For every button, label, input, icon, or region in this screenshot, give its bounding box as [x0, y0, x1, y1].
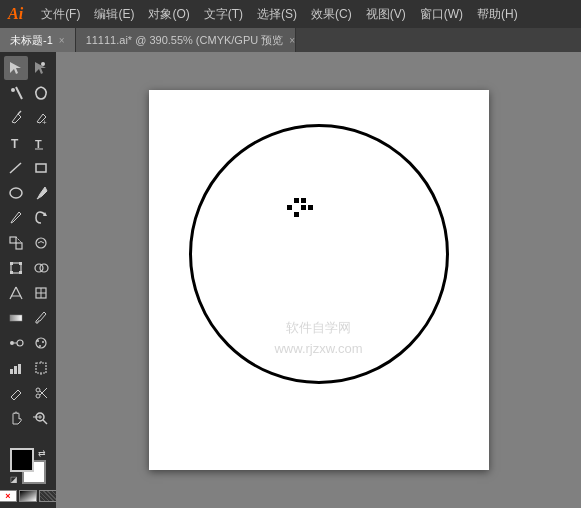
- svg-point-33: [17, 340, 23, 346]
- paintbrush-tool[interactable]: [29, 181, 53, 205]
- svg-line-5: [18, 111, 21, 114]
- svg-rect-15: [16, 243, 22, 249]
- perspective-grid-tool[interactable]: [4, 281, 28, 305]
- menu-bar: 文件(F) 编辑(E) 对象(O) 文字(T) 选择(S) 效果(C) 视图(V…: [35, 4, 524, 25]
- svg-point-17: [36, 238, 46, 248]
- type-tool[interactable]: T: [4, 131, 28, 155]
- rect-tool[interactable]: [29, 156, 53, 180]
- dot: [287, 212, 292, 217]
- dot: [294, 198, 299, 203]
- menu-type[interactable]: 文字(T): [198, 4, 249, 25]
- swap-colors-icon[interactable]: ⇄: [38, 448, 46, 458]
- lasso-tool[interactable]: [29, 81, 53, 105]
- circle-shape: [189, 124, 449, 384]
- dot: [287, 205, 292, 210]
- canvas-area[interactable]: 软件自学网 www.rjzxw.com: [56, 52, 581, 508]
- tool-row-wand: [4, 81, 53, 105]
- toolbar: + T T: [0, 52, 56, 508]
- tool-row-eraser: [4, 381, 53, 405]
- tool-row-type: T T: [4, 131, 53, 155]
- dot-pattern: [287, 198, 313, 217]
- svg-rect-21: [10, 271, 13, 274]
- svg-point-36: [37, 340, 39, 342]
- shape-builder-tool[interactable]: [29, 256, 53, 280]
- tool-row-pencil: [4, 206, 53, 230]
- menu-help[interactable]: 帮助(H): [471, 4, 524, 25]
- eyedropper-tool[interactable]: [29, 306, 53, 330]
- mesh-tool[interactable]: [29, 281, 53, 305]
- svg-rect-20: [19, 262, 22, 265]
- dot: [287, 198, 292, 203]
- dot: [294, 212, 299, 217]
- menu-window[interactable]: 窗口(W): [414, 4, 469, 25]
- svg-rect-39: [10, 369, 13, 374]
- gradient-btn[interactable]: [19, 490, 37, 502]
- menu-edit[interactable]: 编辑(E): [88, 4, 140, 25]
- pencil-tool[interactable]: [4, 206, 28, 230]
- symbol-sprayer-tool[interactable]: [29, 331, 53, 355]
- svg-line-26: [16, 287, 22, 299]
- color-extras: ×: [0, 490, 56, 502]
- direct-select-tool[interactable]: [29, 56, 53, 80]
- magic-wand-tool[interactable]: [4, 81, 28, 105]
- ellipse-tool[interactable]: [4, 181, 28, 205]
- svg-point-35: [36, 338, 46, 348]
- gradient-tool[interactable]: [4, 306, 28, 330]
- menu-file[interactable]: 文件(F): [35, 4, 86, 25]
- title-bar: Ai 文件(F) 编辑(E) 对象(O) 文字(T) 选择(S) 效果(C) 视…: [0, 0, 581, 28]
- tool-row-line: [4, 156, 53, 180]
- color-area: ⇄ ◪ ×: [0, 442, 56, 508]
- svg-rect-42: [36, 363, 46, 373]
- menu-effect[interactable]: 效果(C): [305, 4, 358, 25]
- tab-untitled[interactable]: 未标题-1 ×: [0, 28, 76, 52]
- svg-point-24: [40, 264, 48, 272]
- scale-tool[interactable]: [4, 231, 28, 255]
- warp-tool[interactable]: [29, 231, 53, 255]
- no-color-btn[interactable]: ×: [0, 490, 17, 502]
- tool-row-shape: [4, 181, 53, 205]
- fg-color-swatch[interactable]: [10, 448, 34, 472]
- menu-object[interactable]: 对象(O): [142, 4, 195, 25]
- tool-row-pen: +: [4, 106, 53, 130]
- svg-line-3: [16, 87, 22, 99]
- tab-untitled-close[interactable]: ×: [59, 35, 65, 46]
- tab-11111[interactable]: 11111.ai* @ 390.55% (CMYK/GPU 预览 ×: [76, 28, 296, 52]
- pattern-btn[interactable]: [39, 490, 56, 502]
- free-transform-tool[interactable]: [4, 256, 28, 280]
- color-swatches: ⇄ ◪: [10, 448, 46, 484]
- tab-11111-close[interactable]: ×: [289, 35, 295, 46]
- tab-11111-label: 11111.ai* @ 390.55% (CMYK/GPU 预览: [86, 33, 284, 48]
- menu-select[interactable]: 选择(S): [251, 4, 303, 25]
- svg-point-4: [11, 88, 15, 92]
- scissors-tool[interactable]: [29, 381, 53, 405]
- blend-tool[interactable]: [4, 331, 28, 355]
- dot: [301, 205, 306, 210]
- svg-line-50: [43, 420, 47, 424]
- svg-point-46: [36, 394, 40, 398]
- zoom-tool[interactable]: [29, 406, 53, 430]
- pen-tool[interactable]: [4, 106, 28, 130]
- svg-line-25: [10, 287, 16, 299]
- svg-point-32: [10, 341, 14, 345]
- line-tool[interactable]: [4, 156, 28, 180]
- svg-line-16: [16, 237, 22, 243]
- eraser-tool[interactable]: [4, 381, 28, 405]
- column-graph-tool[interactable]: [4, 356, 28, 380]
- add-anchor-tool[interactable]: +: [29, 106, 53, 130]
- tool-row-perspective: [4, 281, 53, 305]
- svg-point-37: [42, 341, 44, 343]
- hand-tool[interactable]: [4, 406, 28, 430]
- touch-type-tool[interactable]: T: [29, 131, 53, 155]
- rotate-tool[interactable]: [29, 206, 53, 230]
- svg-point-2: [41, 62, 45, 66]
- svg-rect-41: [18, 364, 21, 374]
- menu-view[interactable]: 视图(V): [360, 4, 412, 25]
- dot: [308, 198, 313, 203]
- artboard-tool[interactable]: [29, 356, 53, 380]
- tool-row-gradient: [4, 306, 53, 330]
- dot: [308, 212, 313, 217]
- default-colors-icon[interactable]: ◪: [10, 475, 18, 484]
- svg-point-12: [10, 188, 22, 198]
- selection-tool[interactable]: [4, 56, 28, 80]
- svg-rect-19: [10, 262, 13, 265]
